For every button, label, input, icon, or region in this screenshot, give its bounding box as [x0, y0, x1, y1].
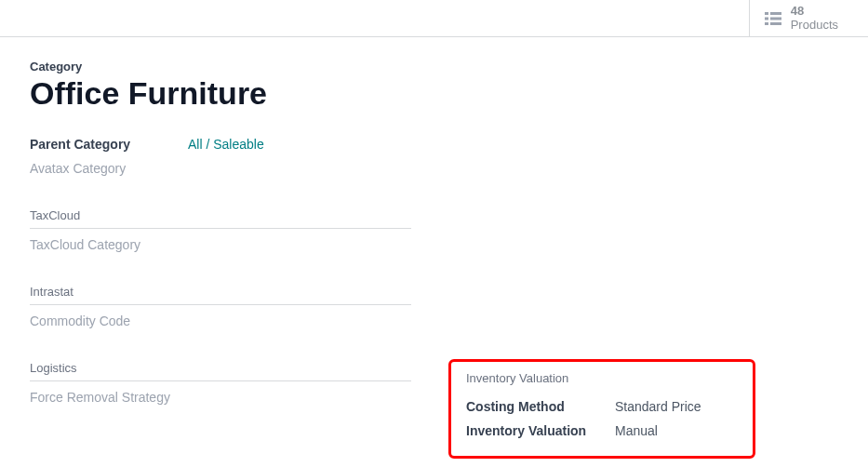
parent-category-label: Parent Category: [30, 137, 188, 152]
inventory-valuation-value[interactable]: Manual: [615, 423, 658, 438]
svg-rect-2: [765, 17, 768, 20]
content: Category Office Furniture Parent Categor…: [0, 37, 868, 459]
inventory-valuation-section-title: Inventory Valuation: [466, 371, 738, 385]
taxcloud-category-field[interactable]: TaxCloud Category: [30, 233, 411, 257]
costing-method-field: Costing Method Standard Price: [466, 394, 738, 419]
svg-rect-4: [765, 22, 768, 25]
avatax-category-field[interactable]: Avatax Category: [30, 156, 411, 180]
commodity-code-label: Commodity Code: [30, 314, 188, 328]
costing-method-label: Costing Method: [466, 399, 615, 414]
left-column: Parent Category All / Saleable Avatax Ca…: [30, 132, 411, 459]
commodity-code-field[interactable]: Commodity Code: [30, 309, 411, 333]
svg-rect-3: [770, 17, 781, 20]
top-bar: 48 Products: [0, 0, 868, 37]
page-title: Office Furniture: [30, 75, 838, 112]
parent-category-field: Parent Category All / Saleable: [30, 132, 411, 156]
right-column: Inventory Valuation Costing Method Stand…: [448, 132, 838, 459]
inventory-valuation-label: Inventory Valuation: [466, 423, 615, 438]
products-label: Products: [791, 19, 838, 33]
taxcloud-category-label: TaxCloud Category: [30, 237, 188, 252]
taxcloud-section-title: TaxCloud: [30, 208, 411, 229]
products-button-text: 48 Products: [791, 5, 838, 33]
logistics-section-title: Logistics: [30, 361, 411, 381]
form-columns: Parent Category All / Saleable Avatax Ca…: [30, 132, 838, 459]
inventory-valuation-highlight: Inventory Valuation Costing Method Stand…: [448, 359, 755, 459]
intrastat-section-title: Intrastat: [30, 285, 411, 305]
parent-category-value[interactable]: All / Saleable: [188, 137, 264, 152]
force-removal-field[interactable]: Force Removal Strategy: [30, 385, 411, 409]
svg-rect-1: [770, 12, 781, 15]
force-removal-label: Force Removal Strategy: [30, 390, 188, 405]
svg-rect-5: [770, 22, 781, 25]
products-button[interactable]: 48 Products: [749, 0, 838, 36]
products-count: 48: [791, 5, 838, 19]
costing-method-value[interactable]: Standard Price: [615, 399, 701, 414]
list-icon: [765, 12, 781, 25]
svg-rect-0: [765, 12, 768, 15]
inventory-valuation-field: Inventory Valuation Manual: [466, 419, 738, 443]
category-label: Category: [30, 60, 838, 73]
avatax-category-label: Avatax Category: [30, 161, 188, 176]
